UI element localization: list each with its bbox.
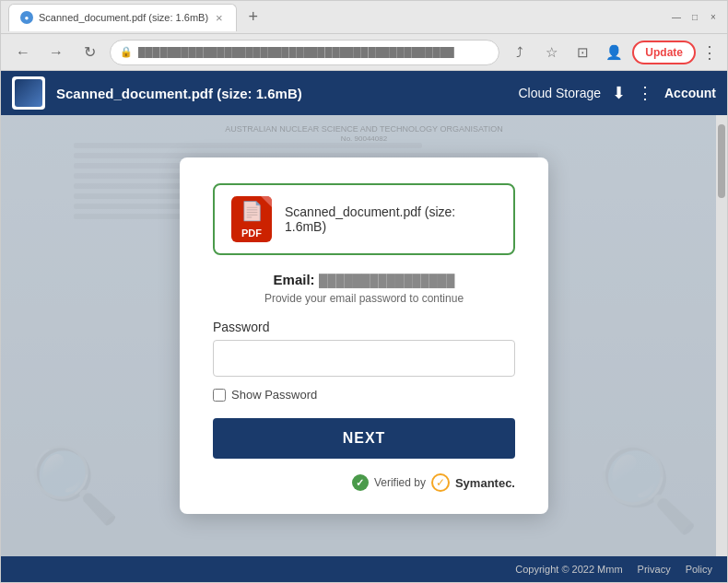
show-password-checkbox[interactable] <box>213 389 226 402</box>
close-window-button[interactable]: × <box>707 11 720 24</box>
symantec-name: Symantec. <box>455 476 515 490</box>
password-input[interactable] <box>213 340 515 377</box>
new-tab-button[interactable]: + <box>241 5 266 30</box>
tab-area: ● Scanned_document.pdf (size: 1.6mB) × + <box>8 4 664 31</box>
logo-inner <box>15 79 42 107</box>
page-header: Scanned_document.pdf (size: 1.6mB) Cloud… <box>1 71 727 115</box>
bookmark-icon[interactable]: ☆ <box>538 40 564 65</box>
symantec-check-icon: ✓ <box>352 474 369 491</box>
email-section: Email: ████████████████ Provide your ema… <box>213 272 515 305</box>
pdf-label: PDF <box>241 227 262 239</box>
download-icon[interactable]: ⬇ <box>612 83 626 103</box>
verified-by-text: Verified by <box>374 476 426 489</box>
reload-button[interactable]: ↻ <box>76 40 102 65</box>
login-modal: 📄 PDF Scanned_document.pdf (size: 1.6mB)… <box>180 157 548 514</box>
scrollbar[interactable] <box>716 115 727 556</box>
scrollbar-thumb[interactable] <box>718 124 725 198</box>
lock-icon: 🔒 <box>120 46 133 58</box>
address-bar: ← → ↻ 🔒 ████████████████████████████████… <box>1 34 727 71</box>
toolbar-icons: ⤴ ☆ ⊡ 👤 Update ⋮ <box>507 40 718 65</box>
share-icon[interactable]: ⤴ <box>507 40 533 65</box>
site-logo <box>12 76 45 110</box>
tab-favicon: ● <box>20 11 33 24</box>
active-tab[interactable]: ● Scanned_document.pdf (size: 1.6mB) × <box>8 4 237 31</box>
email-value: ████████████████ <box>319 274 454 287</box>
minimize-button[interactable]: — <box>670 11 683 24</box>
account-link[interactable]: Account <box>664 86 716 100</box>
url-bar[interactable]: 🔒 ██████████████████████████████████████… <box>110 40 499 65</box>
update-button[interactable]: Update <box>632 41 696 64</box>
password-label: Password <box>213 320 515 334</box>
footer-copyright: Copyright © 2022 Mmm <box>515 564 622 575</box>
file-card-name: Scanned_document.pdf (size: 1.6mB) <box>285 204 497 234</box>
symantec-logo-checkmark: ✓ <box>431 473 450 492</box>
window-controls: — □ × <box>670 11 720 24</box>
password-section: Password <box>213 320 515 377</box>
profile-icon[interactable]: 👤 <box>601 40 627 65</box>
show-password-label[interactable]: Show Password <box>231 388 317 402</box>
url-text: ████████████████████████████████████████… <box>138 47 489 58</box>
more-menu-icon[interactable]: ⋮ <box>701 42 718 63</box>
symantec-row: ✓ Verified by ✓ Symantec. <box>352 473 515 492</box>
forward-button[interactable]: → <box>43 40 69 65</box>
file-card: 📄 PDF Scanned_document.pdf (size: 1.6mB) <box>213 183 515 255</box>
footer-privacy[interactable]: Privacy <box>638 564 671 575</box>
pdf-icon: 📄 PDF <box>231 196 272 242</box>
next-button[interactable]: NEXT <box>213 418 515 459</box>
tab-title: Scanned_document.pdf (size: 1.6mB) <box>39 12 208 23</box>
title-bar: ● Scanned_document.pdf (size: 1.6mB) × +… <box>1 1 727 34</box>
browser-window: ● Scanned_document.pdf (size: 1.6mB) × +… <box>0 0 728 583</box>
footer-policy[interactable]: Policy <box>686 564 712 575</box>
reading-view-icon[interactable]: ⊡ <box>569 40 595 65</box>
page-content: AUSTRALIAN NUCLEAR SCIENCE AND TECHNOLOG… <box>1 115 727 556</box>
header-filename: Scanned_document.pdf (size: 1.6mB) <box>56 86 507 101</box>
email-subtitle: Provide your email password to continue <box>213 292 515 305</box>
email-label: Email: <box>274 272 315 287</box>
cloud-storage-link[interactable]: Cloud Storage <box>518 86 601 100</box>
header-more-icon[interactable]: ⋮ <box>637 83 653 103</box>
back-button[interactable]: ← <box>10 40 36 65</box>
email-line: Email: ████████████████ <box>213 272 515 288</box>
footer-bar: Copyright © 2022 Mmm Privacy Policy <box>1 556 727 582</box>
show-password-row: Show Password <box>213 388 515 402</box>
maximize-button[interactable]: □ <box>688 11 701 24</box>
tab-close-button[interactable]: × <box>214 11 225 25</box>
modal-overlay: 📄 PDF Scanned_document.pdf (size: 1.6mB)… <box>1 115 727 556</box>
pdf-doc-symbol: 📄 <box>241 200 264 222</box>
